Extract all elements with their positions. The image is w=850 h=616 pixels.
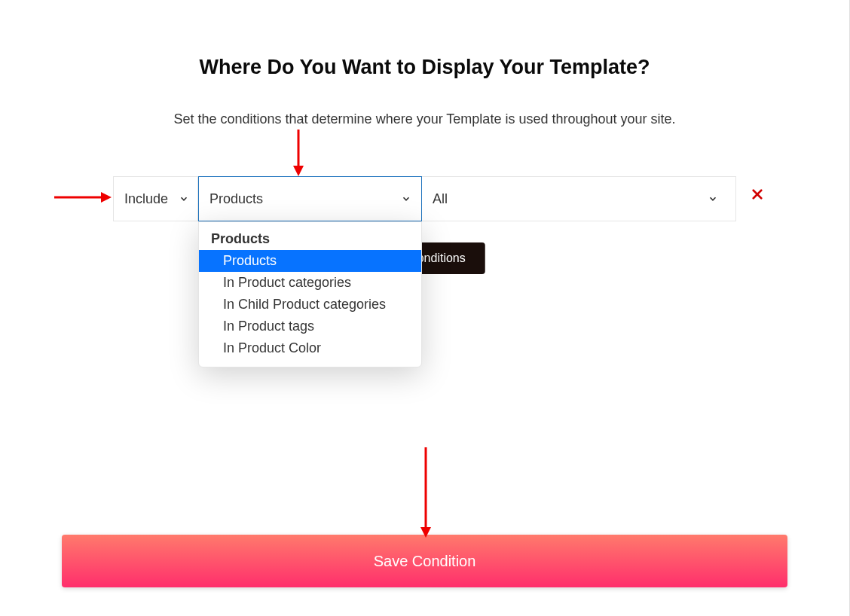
include-select-label: Include	[124, 191, 168, 207]
dropdown-item-product-categories[interactable]: In Product categories	[199, 272, 421, 294]
dropdown-item-product-color[interactable]: In Product Color	[199, 337, 421, 359]
chevron-down-icon	[400, 193, 412, 205]
products-select-label: Products	[209, 191, 263, 207]
dropdown-item-child-product-categories[interactable]: In Child Product categories	[199, 294, 421, 316]
all-select[interactable]: All	[422, 176, 736, 221]
close-icon	[751, 186, 764, 206]
remove-condition-button[interactable]	[748, 187, 766, 205]
dropdown-group-label: Products	[199, 227, 421, 250]
annotation-arrow-icon	[420, 447, 431, 538]
dropdown-item-products[interactable]: Products	[199, 250, 421, 272]
annotation-arrow-icon	[293, 130, 304, 176]
products-dropdown: Products Products In Product categories …	[198, 221, 422, 367]
include-select[interactable]: Include	[113, 176, 198, 221]
page-title: Where Do You Want to Display Your Templa…	[0, 0, 849, 79]
annotation-arrow-icon	[54, 192, 112, 203]
all-select-label: All	[433, 191, 448, 207]
products-select[interactable]: Products	[198, 176, 422, 221]
svg-marker-5	[293, 166, 304, 176]
save-condition-button[interactable]: Save Condition	[62, 535, 787, 587]
chevron-down-icon	[707, 193, 719, 205]
dropdown-item-product-tags[interactable]: In Product tags	[199, 316, 421, 337]
condition-row: Include Products All	[113, 176, 736, 221]
page-subtitle: Set the conditions that determine where …	[0, 111, 849, 127]
chevron-down-icon	[178, 193, 190, 205]
save-condition-label: Save Condition	[374, 553, 476, 570]
svg-marker-3	[101, 192, 112, 203]
